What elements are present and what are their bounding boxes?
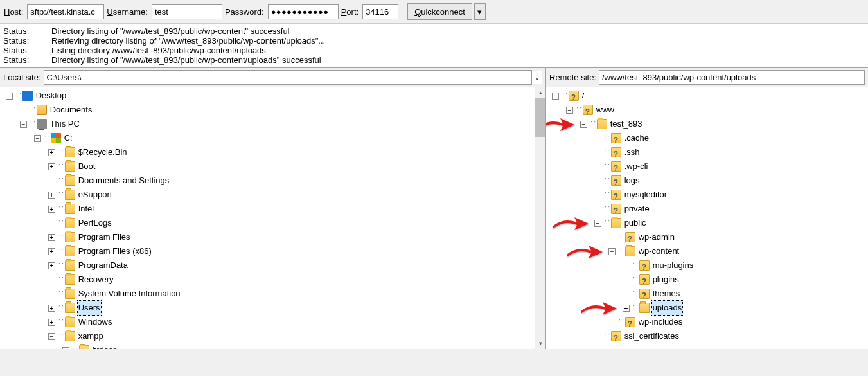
tree-item-label[interactable]: wp-includes [637, 315, 684, 329]
tree-item-label[interactable]: private [623, 202, 651, 216]
tree-row[interactable]: +·· Program Files (x86) [3, 244, 535, 258]
tree-row[interactable]: ·· .cache [549, 131, 868, 145]
tree-item-label[interactable]: themes [651, 287, 682, 301]
expand-icon[interactable]: + [48, 305, 55, 312]
tree-row[interactable]: +·· ProgramData [3, 258, 535, 273]
tree-row[interactable]: +·· htdocs [3, 343, 535, 349]
username-input[interactable] [152, 4, 222, 19]
tree-item-label[interactable]: System Volume Information [77, 287, 182, 301]
tree-item-label[interactable]: Users [77, 300, 102, 316]
expand-icon[interactable]: + [48, 206, 55, 213]
tree-item-label[interactable]: Program Files [77, 230, 132, 244]
tree-item-label[interactable]: Program Files (x86) [77, 244, 153, 258]
dropdown-icon[interactable]: ⌄ [532, 71, 542, 84]
tree-row[interactable]: −·· / [549, 89, 868, 103]
tree-row[interactable]: −·· test_893 [549, 117, 868, 131]
tree-item-label[interactable]: .cache [623, 131, 650, 145]
tree-item-label[interactable]: ssl_certificates [623, 329, 680, 343]
collapse-icon[interactable]: − [20, 121, 27, 128]
tree-row[interactable]: ·· .wp-cli [549, 159, 868, 174]
tree-row[interactable]: +·· eSupport [3, 188, 535, 202]
local-tree[interactable]: −·· Desktop·· Documents−·· This PC−·· C:… [0, 87, 535, 349]
tree-row[interactable]: ·· wp-includes [549, 315, 868, 329]
tree-row[interactable]: ·· System Volume Information [3, 287, 535, 301]
expand-icon[interactable]: + [48, 192, 55, 199]
tree-item-label[interactable]: PerfLogs [77, 216, 113, 230]
tree-item-label[interactable]: Documents [49, 103, 94, 117]
tree-item-label[interactable]: Desktop [35, 89, 68, 103]
tree-row[interactable]: ·· Recovery [3, 273, 535, 287]
tree-item-label[interactable]: wp-content [637, 244, 681, 258]
tree-row[interactable]: ·· mu-plugins [549, 258, 868, 273]
tree-item-label[interactable]: .ssh [623, 145, 641, 159]
tree-item-label[interactable]: $Recycle.Bin [77, 145, 128, 159]
expand-icon[interactable]: + [48, 262, 55, 269]
tree-item-label[interactable]: Windows [77, 315, 114, 329]
tree-row[interactable]: ·· ssl_certificates [549, 329, 868, 343]
tree-item-label[interactable]: .wp-cli [623, 159, 650, 174]
tree-row[interactable]: +·· Intel [3, 202, 535, 216]
expand-icon[interactable]: + [48, 149, 55, 156]
tree-row[interactable]: −·· Desktop [3, 89, 535, 103]
collapse-icon[interactable]: − [34, 135, 41, 142]
expand-icon[interactable]: + [48, 248, 55, 255]
tree-item-label[interactable]: logs [623, 174, 641, 188]
remote-tree[interactable]: −·· /−·· www−·· test_893·· .cache·· .ssh… [546, 87, 868, 349]
tree-item-label[interactable]: Boot [77, 159, 97, 174]
scroll-thumb[interactable] [535, 98, 545, 137]
tree-item-label[interactable]: eSupport [77, 188, 114, 202]
collapse-icon[interactable]: − [566, 107, 573, 114]
tree-row[interactable]: −·· xampp [3, 329, 535, 343]
scroll-track[interactable] [535, 137, 545, 338]
collapse-icon[interactable]: − [580, 121, 587, 128]
password-input[interactable] [268, 4, 339, 19]
tree-row[interactable]: ·· logs [549, 174, 868, 188]
tree-item-label[interactable]: public [623, 216, 648, 230]
tree-item-label[interactable]: Documents and Settings [77, 174, 171, 188]
remote-path-input[interactable] [599, 70, 865, 85]
tree-item-label[interactable]: plugins [651, 273, 680, 287]
local-path-input[interactable] [44, 70, 532, 85]
tree-row[interactable]: −·· This PC [3, 117, 535, 131]
scrollbar[interactable]: ▴ ▾ [535, 87, 545, 349]
collapse-icon[interactable]: − [552, 93, 559, 100]
scroll-down-icon[interactable]: ▾ [535, 338, 545, 349]
tree-row[interactable]: +·· Windows [3, 315, 535, 329]
tree-item-label[interactable]: wp-admin [637, 230, 676, 244]
tree-row[interactable]: −·· C: [3, 131, 535, 145]
tree-row[interactable]: +·· Boot [3, 159, 535, 174]
tree-row[interactable]: ·· themes [549, 287, 868, 301]
host-input[interactable] [27, 4, 104, 19]
tree-item-label[interactable]: htdocs [91, 343, 118, 349]
expand-icon[interactable]: + [48, 234, 55, 241]
tree-row[interactable]: +·· uploads [549, 301, 868, 315]
expand-icon[interactable]: + [48, 319, 55, 326]
tree-item-label[interactable]: Recovery [77, 273, 115, 287]
tree-row[interactable]: −·· wp-content [549, 244, 868, 258]
collapse-icon[interactable]: − [6, 93, 13, 100]
tree-row[interactable]: ·· Documents [3, 103, 535, 117]
tree-item-label[interactable]: / [581, 89, 586, 103]
quickconnect-dropdown[interactable]: ▾ [474, 3, 486, 20]
tree-item-label[interactable]: mu-plugins [651, 258, 695, 273]
collapse-icon[interactable]: − [594, 220, 601, 227]
tree-item-label[interactable]: mysqleditor [623, 188, 668, 202]
expand-icon[interactable]: + [62, 347, 69, 350]
expand-icon[interactable]: + [623, 305, 630, 312]
tree-row[interactable]: ·· private [549, 202, 868, 216]
tree-item-label[interactable]: ProgramData [77, 258, 129, 273]
tree-item-label[interactable]: www [595, 103, 616, 117]
tree-row[interactable]: ·· plugins [549, 273, 868, 287]
tree-row[interactable]: +·· $Recycle.Bin [3, 145, 535, 159]
port-input[interactable] [362, 4, 398, 19]
tree-row[interactable]: ·· mysqleditor [549, 188, 868, 202]
tree-item-label[interactable]: This PC [49, 117, 81, 131]
tree-row[interactable]: ·· wp-admin [549, 230, 868, 244]
tree-row[interactable]: −·· public [549, 216, 868, 230]
tree-item-label[interactable]: test_893 [609, 117, 644, 131]
tree-row[interactable]: ·· PerfLogs [3, 216, 535, 230]
collapse-icon[interactable]: − [48, 333, 55, 340]
quickconnect-button[interactable]: Quickconnect [407, 3, 472, 20]
expand-icon[interactable]: + [48, 163, 55, 170]
tree-row[interactable]: +·· Program Files [3, 230, 535, 244]
